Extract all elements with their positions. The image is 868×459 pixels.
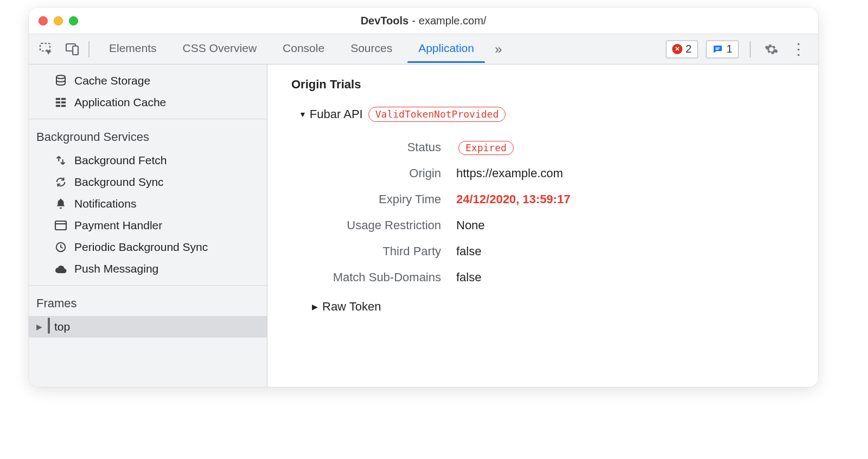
device-icon bbox=[65, 42, 80, 57]
tab-css-overview[interactable]: CSS Overview bbox=[170, 34, 270, 64]
application-sidebar: Cache Storage Application Cache Backgrou… bbox=[29, 64, 267, 387]
sidebar-group-frames: Frames ▶ top bbox=[29, 286, 267, 387]
sidebar-group-cache: Cache Storage Application Cache bbox=[29, 64, 267, 119]
toolbar-divider bbox=[88, 41, 90, 57]
card-icon bbox=[54, 218, 68, 232]
disclosure-triangle-down-icon: ▼ bbox=[299, 110, 307, 119]
main-content: Origin Trials ▼ Fubar API ValidTokenNotP… bbox=[267, 64, 818, 387]
sidebar-item-label: Periodic Background Sync bbox=[74, 241, 208, 254]
sidebar-item-label: Payment Handler bbox=[74, 219, 162, 232]
messages-count: 1 bbox=[726, 43, 732, 55]
title-bar: DevTools - example.com/ bbox=[29, 8, 818, 34]
more-tabs-button[interactable]: » bbox=[487, 34, 509, 64]
label-usage-restriction: Usage Restriction bbox=[267, 218, 441, 232]
trial-name: Fubar API bbox=[310, 107, 363, 121]
inspect-element-button[interactable] bbox=[33, 34, 59, 64]
tab-application[interactable]: Application bbox=[405, 34, 487, 64]
trial-token-badge: ValidTokenNotProvided bbox=[368, 107, 506, 122]
svg-rect-6 bbox=[56, 98, 60, 100]
minimize-window-button[interactable] bbox=[54, 16, 63, 25]
sidebar-item-label: Cache Storage bbox=[74, 74, 150, 87]
svg-rect-4 bbox=[716, 49, 719, 50]
error-icon bbox=[672, 44, 682, 54]
cycle-icon bbox=[54, 175, 68, 189]
inspect-icon bbox=[39, 42, 54, 57]
gear-icon bbox=[764, 42, 778, 56]
tab-console[interactable]: Console bbox=[270, 34, 337, 64]
chevron-double-right-icon: » bbox=[495, 42, 502, 57]
cloud-icon bbox=[54, 262, 68, 276]
zoom-window-button[interactable] bbox=[69, 16, 78, 25]
svg-rect-0 bbox=[40, 43, 50, 51]
svg-rect-7 bbox=[61, 98, 66, 100]
sidebar-item-label: Background Fetch bbox=[74, 154, 167, 167]
panel-tabs: Elements CSS Overview Console Sources Ap… bbox=[96, 34, 509, 64]
settings-button[interactable] bbox=[762, 40, 781, 59]
tab-elements[interactable]: Elements bbox=[96, 34, 170, 64]
sidebar-group-background-services: Background Services Background Fetch Bac… bbox=[29, 119, 267, 286]
status-badge: Expired bbox=[458, 141, 514, 155]
bell-icon bbox=[54, 197, 68, 211]
label-match-sub-domains: Match Sub-Domains bbox=[267, 270, 441, 285]
toolbar-divider-right bbox=[750, 41, 751, 57]
value-expiry-time: 24/12/2020, 13:59:17 bbox=[456, 192, 818, 206]
sidebar-item-label: Application Cache bbox=[74, 96, 166, 109]
sidebar-heading-background-services: Background Services bbox=[29, 122, 267, 150]
frame-icon bbox=[48, 320, 50, 333]
disclosure-triangle-icon: ▶ bbox=[36, 322, 42, 331]
kebab-icon: ⋮ bbox=[791, 40, 806, 58]
sidebar-item-cache-storage[interactable]: Cache Storage bbox=[29, 70, 267, 92]
sidebar-item-payment-handler[interactable]: Payment Handler bbox=[29, 215, 267, 236]
sidebar-item-label: Push Messaging bbox=[74, 262, 158, 275]
label-third-party: Third Party bbox=[267, 244, 441, 258]
tab-sources[interactable]: Sources bbox=[337, 34, 405, 64]
sidebar-item-label: top bbox=[54, 320, 70, 333]
sidebar-item-label: Background Sync bbox=[74, 176, 164, 189]
sidebar-item-notifications[interactable]: Notifications bbox=[29, 193, 267, 215]
origin-trial-row[interactable]: ▼ Fubar API ValidTokenNotProvided bbox=[267, 107, 818, 122]
raw-token-label: Raw Token bbox=[322, 300, 381, 314]
label-origin: Origin bbox=[267, 166, 441, 180]
sidebar-item-frame-top[interactable]: ▶ top bbox=[29, 316, 267, 338]
label-status: Status bbox=[267, 140, 441, 154]
more-options-button[interactable]: ⋮ bbox=[789, 40, 808, 59]
sidebar-item-background-sync[interactable]: Background Sync bbox=[29, 171, 267, 193]
toggle-device-button[interactable] bbox=[59, 34, 85, 64]
db-icon bbox=[54, 74, 68, 88]
svg-rect-8 bbox=[56, 101, 60, 104]
svg-rect-10 bbox=[56, 105, 60, 107]
close-window-button[interactable] bbox=[39, 16, 48, 25]
window-title: DevTools - example.com/ bbox=[29, 15, 818, 27]
window-title-app: DevTools bbox=[361, 15, 409, 27]
disclosure-triangle-right-icon: ▶ bbox=[312, 302, 318, 311]
raw-token-row[interactable]: ▶ Raw Token bbox=[267, 285, 818, 314]
sidebar-item-label: Notifications bbox=[74, 197, 136, 210]
svg-rect-2 bbox=[73, 46, 78, 55]
errors-count: 2 bbox=[686, 43, 692, 55]
toolbar-left bbox=[33, 34, 93, 64]
value-match-sub-domains: false bbox=[456, 270, 818, 285]
window-title-location: example.com/ bbox=[419, 15, 487, 27]
value-origin: https://example.com bbox=[456, 166, 818, 180]
toolbar: Elements CSS Overview Console Sources Ap… bbox=[29, 34, 818, 64]
section-title-origin-trials: Origin Trials bbox=[267, 74, 818, 107]
grid-icon bbox=[54, 95, 68, 109]
sidebar-item-background-fetch[interactable]: Background Fetch bbox=[29, 150, 267, 171]
toolbar-right: 2 1 ⋮ bbox=[666, 34, 814, 64]
window-controls bbox=[39, 16, 78, 25]
sidebar-heading-frames: Frames bbox=[29, 289, 267, 316]
svg-rect-9 bbox=[61, 101, 66, 104]
sidebar-item-periodic-background-sync[interactable]: Periodic Background Sync bbox=[29, 236, 267, 258]
sidebar-item-push-messaging[interactable]: Push Messaging bbox=[29, 258, 267, 280]
trial-details: Status Expired Origin https://example.co… bbox=[267, 122, 818, 285]
clock-icon bbox=[54, 240, 68, 254]
label-expiry-time: Expiry Time bbox=[267, 192, 441, 206]
message-icon bbox=[712, 44, 723, 55]
errors-counter[interactable]: 2 bbox=[666, 40, 698, 59]
updown-icon bbox=[54, 153, 68, 167]
svg-rect-3 bbox=[716, 47, 720, 48]
sidebar-item-application-cache[interactable]: Application Cache bbox=[29, 92, 267, 113]
svg-point-5 bbox=[56, 75, 65, 79]
messages-counter[interactable]: 1 bbox=[706, 40, 739, 59]
window-title-sep: - bbox=[412, 15, 416, 27]
